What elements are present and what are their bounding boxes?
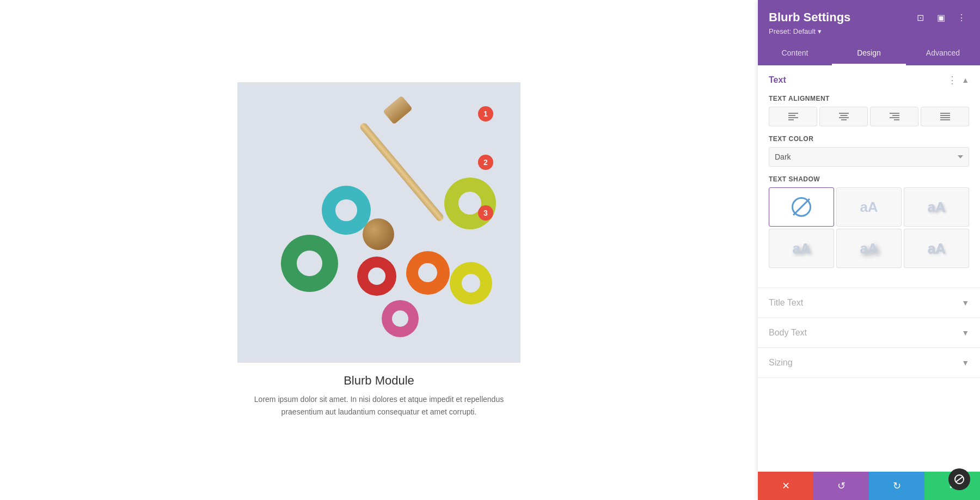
svg-rect-11 xyxy=(894,119,899,120)
ring-yellow-green xyxy=(444,178,496,229)
ring-red xyxy=(357,257,396,296)
alignment-buttons xyxy=(769,107,969,126)
hammer-head xyxy=(383,95,413,124)
shadow-none-icon xyxy=(792,197,811,217)
text-section-chevron[interactable]: ▲ xyxy=(961,76,969,84)
text-alignment-label: Text Alignment xyxy=(769,95,969,102)
ring-yellow xyxy=(450,262,492,304)
disable-fab[interactable] xyxy=(948,468,970,490)
svg-rect-7 xyxy=(841,119,847,120)
svg-rect-5 xyxy=(840,115,847,116)
panel-body: Text ⋮ ▲ Text Alignment xyxy=(758,65,980,472)
text-color-group: Text Color Dark Light Custom xyxy=(769,135,969,167)
ring-orange xyxy=(406,251,450,295)
badge-3: 3 xyxy=(478,205,493,221)
svg-rect-4 xyxy=(839,113,849,114)
panel-footer: ✕ ↺ ↻ ✓ xyxy=(758,472,980,500)
panel-preset[interactable]: Preset: Default ▾ xyxy=(769,27,969,35)
align-justify-button[interactable] xyxy=(921,107,969,126)
text-shadow-label: Text Shadow xyxy=(769,175,969,183)
title-text-chevron: ▼ xyxy=(961,298,969,307)
shadow-none-option[interactable] xyxy=(769,187,834,227)
text-shadow-group: Text Shadow aA aA xyxy=(769,175,969,268)
tab-advanced[interactable]: Advanced xyxy=(906,42,980,65)
svg-rect-8 xyxy=(890,113,899,114)
svg-rect-0 xyxy=(788,113,798,114)
text-section-header[interactable]: Text ⋮ ▲ xyxy=(758,65,980,95)
scene-background xyxy=(237,82,520,363)
text-section-content: Text Alignment xyxy=(758,95,980,288)
panel-title: Blurb Settings xyxy=(769,10,850,25)
align-center-button[interactable] xyxy=(819,107,868,126)
svg-rect-12 xyxy=(940,113,950,114)
redo-button[interactable]: ↻ xyxy=(869,472,924,500)
text-color-label: Text Color xyxy=(769,135,969,143)
settings-panel: Blurb Settings ⊡ ▣ ⋮ Preset: Default ▾ C… xyxy=(758,0,980,500)
svg-rect-10 xyxy=(890,117,899,118)
layout-icon[interactable]: ▣ xyxy=(933,10,948,25)
body-text-label: Body Text xyxy=(769,328,807,338)
text-section-more-icon[interactable]: ⋮ xyxy=(947,74,957,86)
shadow-text-2: aA xyxy=(927,199,945,216)
shadow-option-3[interactable]: aA xyxy=(769,229,834,268)
panel-tabs: Content Design Advanced xyxy=(758,42,980,65)
blurb-image xyxy=(237,82,520,363)
tab-content[interactable]: Content xyxy=(758,42,832,65)
hammer-handle xyxy=(359,122,445,223)
svg-rect-13 xyxy=(940,115,950,116)
svg-rect-14 xyxy=(940,117,950,118)
sizing-chevron: ▼ xyxy=(961,358,969,367)
title-text-label: Title Text xyxy=(769,298,803,308)
brown-ball xyxy=(363,218,394,250)
shadow-option-2[interactable]: aA xyxy=(904,187,969,227)
panel-header-icons: ⊡ ▣ ⋮ xyxy=(912,10,969,25)
shadow-text-5: aA xyxy=(927,240,945,257)
body-text-chevron: ▼ xyxy=(961,328,969,337)
text-color-select[interactable]: Dark Light Custom xyxy=(769,147,969,167)
reset-button[interactable]: ↺ xyxy=(813,472,869,500)
text-section: Text ⋮ ▲ Text Alignment xyxy=(758,65,980,288)
ring-pink xyxy=(382,300,419,337)
badge-2: 2 xyxy=(478,155,493,170)
align-left-button[interactable] xyxy=(769,107,817,126)
shadow-option-4[interactable]: aA xyxy=(836,229,902,268)
blurb-body: Lorem ipsum dolor sit amet. In nisi dolo… xyxy=(237,393,520,418)
shadow-grid: aA aA aA aA xyxy=(769,187,969,268)
svg-rect-9 xyxy=(892,115,899,116)
ring-teal xyxy=(322,186,371,235)
sizing-section[interactable]: Sizing ▼ xyxy=(758,348,980,378)
blurb-module: Blurb Module Lorem ipsum dolor sit amet.… xyxy=(237,82,520,418)
cancel-button[interactable]: ✕ xyxy=(758,472,813,500)
svg-rect-3 xyxy=(788,119,794,120)
ring-green-large xyxy=(281,235,338,292)
shadow-text-3: aA xyxy=(792,240,810,257)
title-text-section[interactable]: Title Text ▼ xyxy=(758,288,980,318)
text-alignment-group: Text Alignment xyxy=(769,95,969,126)
badge-1: 1 xyxy=(478,106,493,121)
align-right-button[interactable] xyxy=(870,107,918,126)
panel-header-top: Blurb Settings ⊡ ▣ ⋮ xyxy=(769,10,969,25)
tab-design[interactable]: Design xyxy=(832,42,906,65)
blurb-title: Blurb Module xyxy=(344,374,414,388)
shadow-option-5[interactable]: aA xyxy=(904,229,969,268)
svg-line-17 xyxy=(956,477,963,482)
text-section-header-icons: ⋮ ▲ xyxy=(947,74,969,86)
shadow-text-4: aA xyxy=(860,240,878,257)
disable-icon xyxy=(954,474,964,484)
svg-rect-2 xyxy=(788,117,798,118)
canvas-area: Blurb Module Lorem ipsum dolor sit amet.… xyxy=(0,0,758,500)
svg-rect-1 xyxy=(788,115,795,116)
svg-rect-6 xyxy=(839,117,849,118)
shadow-text-1: aA xyxy=(860,199,878,216)
svg-rect-15 xyxy=(940,119,950,120)
more-options-icon[interactable]: ⋮ xyxy=(954,10,969,25)
shadow-option-1[interactable]: aA xyxy=(836,187,902,227)
text-section-title: Text xyxy=(769,75,786,85)
body-text-section[interactable]: Body Text ▼ xyxy=(758,318,980,348)
panel-header: Blurb Settings ⊡ ▣ ⋮ Preset: Default ▾ xyxy=(758,0,980,42)
sizing-label: Sizing xyxy=(769,358,793,368)
responsive-icon[interactable]: ⊡ xyxy=(912,10,928,25)
